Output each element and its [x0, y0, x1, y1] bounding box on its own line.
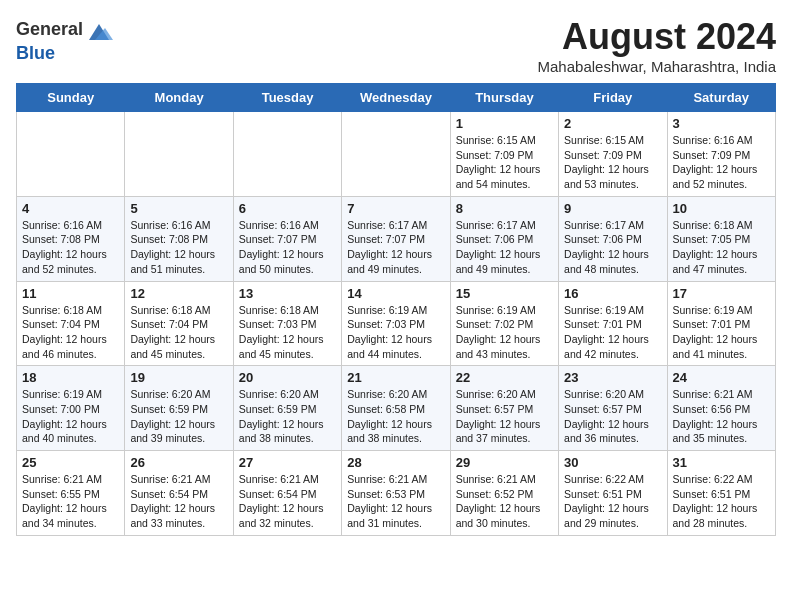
day-number: 9	[564, 201, 661, 216]
table-row: 4Sunrise: 6:16 AMSunset: 7:08 PMDaylight…	[17, 196, 125, 281]
table-row: 15Sunrise: 6:19 AMSunset: 7:02 PMDayligh…	[450, 281, 558, 366]
table-row: 26Sunrise: 6:21 AMSunset: 6:54 PMDayligh…	[125, 451, 233, 536]
day-number: 26	[130, 455, 227, 470]
table-row: 30Sunrise: 6:22 AMSunset: 6:51 PMDayligh…	[559, 451, 667, 536]
day-info: Sunrise: 6:19 AMSunset: 7:02 PMDaylight:…	[456, 303, 553, 362]
table-row: 24Sunrise: 6:21 AMSunset: 6:56 PMDayligh…	[667, 366, 775, 451]
day-number: 13	[239, 286, 336, 301]
day-number: 14	[347, 286, 444, 301]
day-info: Sunrise: 6:21 AMSunset: 6:54 PMDaylight:…	[130, 472, 227, 531]
day-number: 23	[564, 370, 661, 385]
day-info: Sunrise: 6:16 AMSunset: 7:08 PMDaylight:…	[130, 218, 227, 277]
day-number: 3	[673, 116, 770, 131]
day-number: 4	[22, 201, 119, 216]
table-row: 7Sunrise: 6:17 AMSunset: 7:07 PMDaylight…	[342, 196, 450, 281]
col-thursday: Thursday	[450, 84, 558, 112]
location-subtitle: Mahabaleshwar, Maharashtra, India	[538, 58, 776, 75]
calendar-week-row: 1Sunrise: 6:15 AMSunset: 7:09 PMDaylight…	[17, 112, 776, 197]
table-row: 21Sunrise: 6:20 AMSunset: 6:58 PMDayligh…	[342, 366, 450, 451]
table-row: 1Sunrise: 6:15 AMSunset: 7:09 PMDaylight…	[450, 112, 558, 197]
day-number: 5	[130, 201, 227, 216]
day-number: 20	[239, 370, 336, 385]
day-info: Sunrise: 6:17 AMSunset: 7:06 PMDaylight:…	[564, 218, 661, 277]
day-info: Sunrise: 6:16 AMSunset: 7:07 PMDaylight:…	[239, 218, 336, 277]
day-number: 30	[564, 455, 661, 470]
day-info: Sunrise: 6:16 AMSunset: 7:09 PMDaylight:…	[673, 133, 770, 192]
day-number: 7	[347, 201, 444, 216]
day-number: 29	[456, 455, 553, 470]
table-row: 31Sunrise: 6:22 AMSunset: 6:51 PMDayligh…	[667, 451, 775, 536]
day-number: 17	[673, 286, 770, 301]
day-info: Sunrise: 6:15 AMSunset: 7:09 PMDaylight:…	[456, 133, 553, 192]
day-info: Sunrise: 6:18 AMSunset: 7:04 PMDaylight:…	[130, 303, 227, 362]
day-number: 12	[130, 286, 227, 301]
table-row: 20Sunrise: 6:20 AMSunset: 6:59 PMDayligh…	[233, 366, 341, 451]
table-row: 11Sunrise: 6:18 AMSunset: 7:04 PMDayligh…	[17, 281, 125, 366]
table-row: 10Sunrise: 6:18 AMSunset: 7:05 PMDayligh…	[667, 196, 775, 281]
day-info: Sunrise: 6:18 AMSunset: 7:05 PMDaylight:…	[673, 218, 770, 277]
table-row: 12Sunrise: 6:18 AMSunset: 7:04 PMDayligh…	[125, 281, 233, 366]
table-row	[17, 112, 125, 197]
col-monday: Monday	[125, 84, 233, 112]
day-info: Sunrise: 6:22 AMSunset: 6:51 PMDaylight:…	[673, 472, 770, 531]
table-row: 29Sunrise: 6:21 AMSunset: 6:52 PMDayligh…	[450, 451, 558, 536]
day-number: 18	[22, 370, 119, 385]
day-info: Sunrise: 6:21 AMSunset: 6:54 PMDaylight:…	[239, 472, 336, 531]
day-info: Sunrise: 6:21 AMSunset: 6:52 PMDaylight:…	[456, 472, 553, 531]
table-row: 18Sunrise: 6:19 AMSunset: 7:00 PMDayligh…	[17, 366, 125, 451]
col-wednesday: Wednesday	[342, 84, 450, 112]
day-number: 28	[347, 455, 444, 470]
table-row	[342, 112, 450, 197]
calendar-week-row: 4Sunrise: 6:16 AMSunset: 7:08 PMDaylight…	[17, 196, 776, 281]
table-row: 2Sunrise: 6:15 AMSunset: 7:09 PMDaylight…	[559, 112, 667, 197]
day-info: Sunrise: 6:18 AMSunset: 7:03 PMDaylight:…	[239, 303, 336, 362]
day-number: 16	[564, 286, 661, 301]
day-number: 25	[22, 455, 119, 470]
day-info: Sunrise: 6:18 AMSunset: 7:04 PMDaylight:…	[22, 303, 119, 362]
day-number: 10	[673, 201, 770, 216]
table-row: 16Sunrise: 6:19 AMSunset: 7:01 PMDayligh…	[559, 281, 667, 366]
calendar-table: Sunday Monday Tuesday Wednesday Thursday…	[16, 83, 776, 536]
day-number: 27	[239, 455, 336, 470]
table-row: 14Sunrise: 6:19 AMSunset: 7:03 PMDayligh…	[342, 281, 450, 366]
page-header: General Blue August 2024 Mahabaleshwar, …	[16, 16, 776, 75]
day-info: Sunrise: 6:20 AMSunset: 6:59 PMDaylight:…	[130, 387, 227, 446]
day-info: Sunrise: 6:19 AMSunset: 7:00 PMDaylight:…	[22, 387, 119, 446]
logo-general-text: General	[16, 20, 83, 40]
day-info: Sunrise: 6:20 AMSunset: 6:59 PMDaylight:…	[239, 387, 336, 446]
day-number: 15	[456, 286, 553, 301]
day-info: Sunrise: 6:17 AMSunset: 7:07 PMDaylight:…	[347, 218, 444, 277]
table-row: 23Sunrise: 6:20 AMSunset: 6:57 PMDayligh…	[559, 366, 667, 451]
col-tuesday: Tuesday	[233, 84, 341, 112]
table-row: 9Sunrise: 6:17 AMSunset: 7:06 PMDaylight…	[559, 196, 667, 281]
day-number: 2	[564, 116, 661, 131]
table-row: 3Sunrise: 6:16 AMSunset: 7:09 PMDaylight…	[667, 112, 775, 197]
day-info: Sunrise: 6:21 AMSunset: 6:55 PMDaylight:…	[22, 472, 119, 531]
calendar-week-row: 18Sunrise: 6:19 AMSunset: 7:00 PMDayligh…	[17, 366, 776, 451]
day-number: 19	[130, 370, 227, 385]
day-number: 24	[673, 370, 770, 385]
calendar-week-row: 25Sunrise: 6:21 AMSunset: 6:55 PMDayligh…	[17, 451, 776, 536]
month-year-title: August 2024	[538, 16, 776, 58]
day-number: 6	[239, 201, 336, 216]
table-row: 19Sunrise: 6:20 AMSunset: 6:59 PMDayligh…	[125, 366, 233, 451]
table-row: 17Sunrise: 6:19 AMSunset: 7:01 PMDayligh…	[667, 281, 775, 366]
day-info: Sunrise: 6:21 AMSunset: 6:53 PMDaylight:…	[347, 472, 444, 531]
day-number: 21	[347, 370, 444, 385]
table-row: 6Sunrise: 6:16 AMSunset: 7:07 PMDaylight…	[233, 196, 341, 281]
logo: General Blue	[16, 16, 113, 64]
table-row: 22Sunrise: 6:20 AMSunset: 6:57 PMDayligh…	[450, 366, 558, 451]
table-row	[233, 112, 341, 197]
day-info: Sunrise: 6:21 AMSunset: 6:56 PMDaylight:…	[673, 387, 770, 446]
day-number: 22	[456, 370, 553, 385]
day-info: Sunrise: 6:19 AMSunset: 7:01 PMDaylight:…	[673, 303, 770, 362]
table-row: 5Sunrise: 6:16 AMSunset: 7:08 PMDaylight…	[125, 196, 233, 281]
day-number: 11	[22, 286, 119, 301]
col-sunday: Sunday	[17, 84, 125, 112]
table-row: 25Sunrise: 6:21 AMSunset: 6:55 PMDayligh…	[17, 451, 125, 536]
day-info: Sunrise: 6:19 AMSunset: 7:01 PMDaylight:…	[564, 303, 661, 362]
table-row: 28Sunrise: 6:21 AMSunset: 6:53 PMDayligh…	[342, 451, 450, 536]
day-info: Sunrise: 6:16 AMSunset: 7:08 PMDaylight:…	[22, 218, 119, 277]
day-info: Sunrise: 6:20 AMSunset: 6:57 PMDaylight:…	[456, 387, 553, 446]
col-friday: Friday	[559, 84, 667, 112]
